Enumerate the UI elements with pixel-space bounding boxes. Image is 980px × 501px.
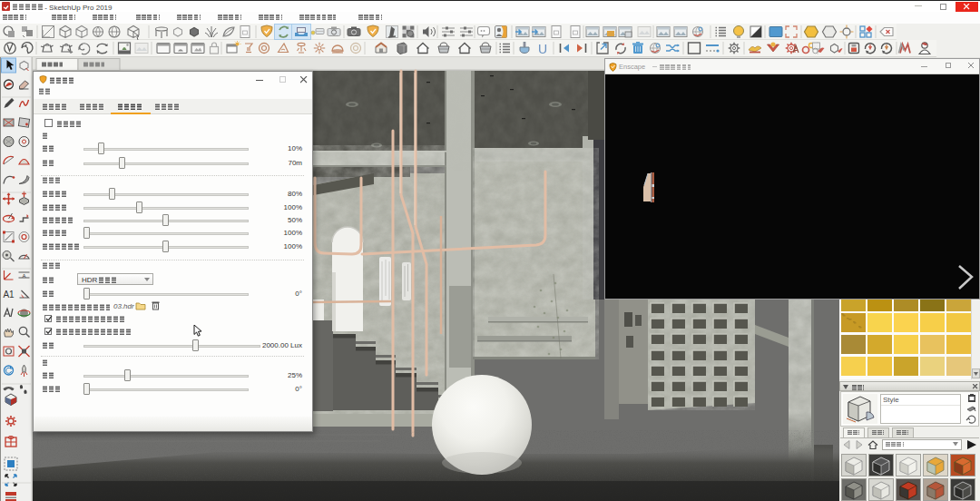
svg-text:U: U (538, 42, 547, 56)
svg-text:A1: A1 (3, 290, 15, 300)
svg-text:A: A (22, 273, 25, 279)
